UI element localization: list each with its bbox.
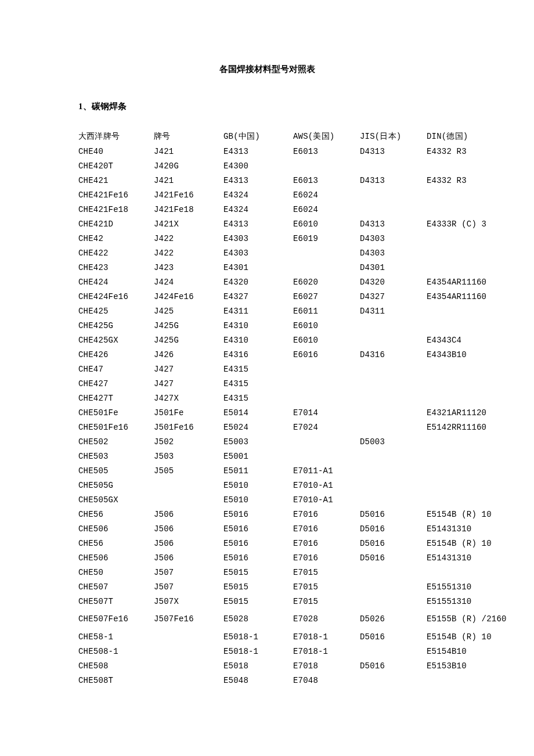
table-cell: [427, 188, 508, 202]
table-cell: D5003: [360, 434, 427, 449]
table-header-cell: JIS(日本): [360, 128, 427, 144]
table-cell: [427, 673, 508, 687]
table-cell: D4303: [360, 246, 427, 260]
table-cell: CHE423: [78, 260, 154, 275]
table-cell: E5154B10: [427, 644, 508, 658]
table-cell: J424Fe16: [154, 289, 223, 304]
table-row: CHE56J506E5016E7016D5016E5154B (R) 10: [78, 536, 508, 550]
table-row: CHE47J427E4315: [78, 362, 508, 376]
table-cell: J507: [154, 565, 223, 579]
table-cell: CHE421Fe16: [78, 188, 154, 202]
table-cell: J501Fe16: [154, 420, 223, 434]
table-cell: E51431310: [427, 550, 508, 565]
table-cell: E5015: [223, 565, 293, 579]
table-cell: E4321AR11120: [427, 405, 508, 420]
table-cell: E4320: [223, 275, 293, 289]
table-cell: J425: [154, 304, 223, 318]
table-cell: E6027: [293, 289, 360, 304]
table-cell: [427, 434, 508, 449]
table-cell: J424: [154, 275, 223, 289]
table-header-cell: AWS(美国): [293, 128, 360, 144]
table-cell: E4300: [223, 159, 293, 173]
table-cell: J422: [154, 231, 223, 246]
table-cell: E7016: [293, 507, 360, 521]
table-cell: D5016: [360, 629, 427, 644]
table-cell: E7048: [293, 673, 360, 687]
table-cell: J421: [154, 173, 223, 188]
table-cell: [427, 260, 508, 275]
table-cell: D4320: [360, 275, 427, 289]
table-header-cell: GB(中国): [223, 128, 293, 144]
table-cell: CHE505G: [78, 478, 154, 492]
table-cell: E5011: [223, 463, 293, 478]
table-cell: CHE424: [78, 275, 154, 289]
table-cell: CHE420T: [78, 159, 154, 173]
table-row: CHE425GJ425GE4310E6010: [78, 318, 508, 333]
table-cell: E5153B10: [427, 658, 508, 673]
document-title: 各国焊接材料型号对照表: [78, 64, 505, 75]
table-cell: CHE426: [78, 347, 154, 362]
table-row: CHE421Fe16J421Fe16E4324E6024: [78, 188, 508, 202]
table-cell: CHE502: [78, 434, 154, 449]
table-row: CHE501FeJ501FeE5014E7014E4321AR11120: [78, 405, 508, 420]
table-cell: [360, 644, 427, 658]
table-cell: CHE427T: [78, 391, 154, 405]
table-cell: E4354AR11160: [427, 289, 508, 304]
table-cell: [154, 629, 223, 644]
table-cell: CHE506: [78, 521, 154, 536]
table-cell: CHE42: [78, 231, 154, 246]
table-cell: E6010: [293, 217, 360, 231]
table-cell: [427, 159, 508, 173]
table-cell: D4303: [360, 231, 427, 246]
table-cell: [360, 449, 427, 463]
table-cell: J506: [154, 550, 223, 565]
table-row: CHE503J503E5001: [78, 449, 508, 463]
table-cell: E6010: [293, 318, 360, 333]
table-cell: CHE422: [78, 246, 154, 260]
table-row: CHE506J506E5016E7016D5016E51431310: [78, 550, 508, 565]
table-cell: J423: [154, 260, 223, 275]
table-cell: E4301: [223, 260, 293, 275]
table-cell: E5028: [223, 609, 293, 629]
table-row: CHE42J422E4303E6019D4303: [78, 231, 508, 246]
table-cell: E7016: [293, 536, 360, 550]
table-cell: [360, 391, 427, 405]
table-cell: [427, 449, 508, 463]
table-cell: D5026: [360, 609, 427, 629]
table-row: CHE507TJ507XE5015E7015E51551310: [78, 594, 508, 609]
table-cell: E4332 R3: [427, 173, 508, 188]
table-row: CHE426J426E4316E6016D4316E4343B10: [78, 347, 508, 362]
table-cell: D4301: [360, 260, 427, 275]
table-cell: D5016: [360, 536, 427, 550]
table-cell: CHE40: [78, 144, 154, 159]
table-cell: CHE50: [78, 565, 154, 579]
table-cell: E5154B (R) 10: [427, 629, 508, 644]
table-header-cell: 大西洋牌号: [78, 128, 154, 144]
table-row: CHE505GE5010E7010-A1: [78, 478, 508, 492]
table-cell: [360, 362, 427, 376]
table-cell: D5016: [360, 550, 427, 565]
table-cell: CHE424Fe16: [78, 289, 154, 304]
table-cell: [360, 318, 427, 333]
table-cell: E5018-1: [223, 629, 293, 644]
table-row: CHE506J506E5016E7016D5016E51431310: [78, 521, 508, 536]
table-cell: E4343B10: [427, 347, 508, 362]
table-cell: CHE427: [78, 376, 154, 391]
table-cell: E5142RR11160: [427, 420, 508, 434]
table-cell: E4313: [223, 173, 293, 188]
table-cell: J422: [154, 246, 223, 260]
table-cell: E7018: [293, 658, 360, 673]
table-cell: E6024: [293, 188, 360, 202]
table-cell: CHE56: [78, 507, 154, 521]
table-cell: E4315: [223, 376, 293, 391]
table-cell: J502: [154, 434, 223, 449]
table-cell: [427, 565, 508, 579]
table-cell: E5024: [223, 420, 293, 434]
table-cell: [360, 333, 427, 347]
table-cell: D5016: [360, 658, 427, 673]
table-cell: CHE508T: [78, 673, 154, 687]
table-cell: CHE421Fe18: [78, 202, 154, 217]
table-cell: [427, 391, 508, 405]
table-cell: [154, 492, 223, 507]
table-cell: E7018-1: [293, 644, 360, 658]
